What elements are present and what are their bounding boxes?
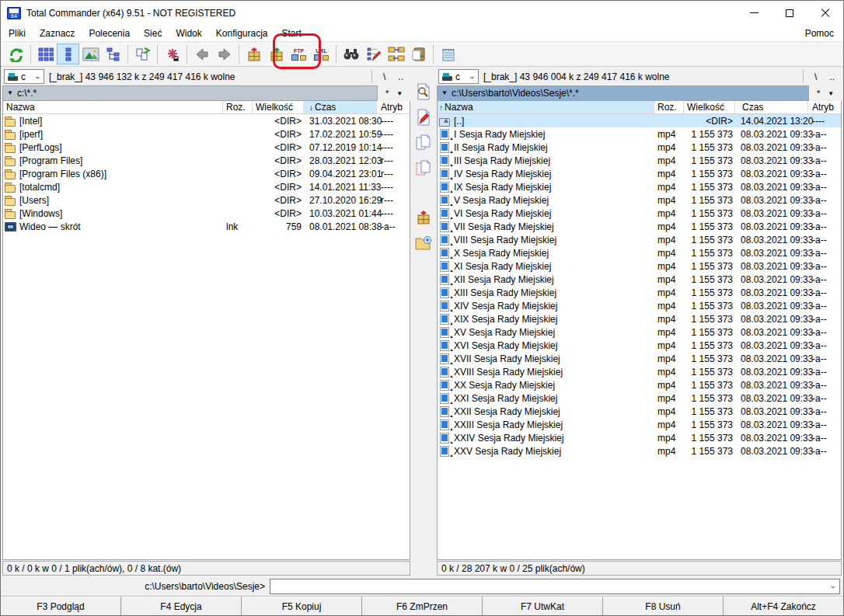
table-row[interactable]: [Intel] <DIR> 31.03.2021 08:30 ---- — [3, 114, 410, 127]
menu-siec[interactable]: Sieć — [137, 27, 169, 40]
f8-delete-button[interactable]: F8 Usuń — [603, 597, 724, 615]
left-drive-combo[interactable]: c ⌄ — [4, 69, 44, 84]
table-row[interactable]: ▲XV Sesja Rady Miejskiej mp4 1 155 373 0… — [438, 325, 841, 339]
table-row[interactable]: ▲VII Sesja Rady Miejskiej mp4 1 155 373 … — [438, 220, 841, 233]
table-row[interactable]: ▲XVIII Sesja Rady Miejskiej mp4 1 155 37… — [438, 365, 841, 378]
table-row[interactable]: ▲IV Sesja Rady Miejskiej mp4 1 155 373 0… — [438, 167, 841, 180]
table-row[interactable]: [Program Files] <DIR> 28.03.2021 12:03 r… — [3, 154, 410, 167]
command-input[interactable] — [270, 579, 840, 594]
table-row[interactable]: ▲XVI Sesja Rady Miejskiej mp4 1 155 373 … — [438, 339, 841, 352]
forward-button[interactable] — [213, 44, 235, 64]
table-row[interactable]: [Program Files (x86)] <DIR> 09.04.2021 2… — [3, 167, 410, 180]
copy-file-button[interactable] — [413, 133, 434, 153]
table-row[interactable]: ▲XXIV Sesja Rady Miejskiej mp4 1 155 373… — [438, 431, 841, 444]
right-hotlist-button[interactable]: ▼ — [828, 90, 834, 97]
f5-copy-button[interactable]: F5 Kopiuj — [242, 597, 362, 615]
right-header-czas[interactable]: Czas — [735, 101, 808, 113]
url-button[interactable]: URL — [310, 44, 333, 64]
f3-view-button[interactable]: F3 Podgląd — [1, 597, 121, 615]
menu-start[interactable]: Start — [275, 27, 309, 40]
table-row[interactable]: [PerfLogs] <DIR> 07.12.2019 10:14 ---- — [3, 141, 410, 154]
right-header-roz[interactable]: Roz. — [654, 101, 684, 113]
tree-view-button[interactable] — [102, 44, 124, 64]
clipboard-button[interactable] — [407, 44, 430, 64]
right-header-atryb[interactable]: Atryb — [808, 101, 841, 113]
f7-mkdir-button[interactable]: F7 UtwKat — [483, 597, 603, 615]
table-row[interactable]: ▲XIV Sesja Rady Miejskiej mp4 1 155 373 … — [438, 299, 841, 312]
unpack-button[interactable] — [265, 44, 288, 64]
table-row[interactable]: ▲XXI Sesja Rady Miejskiej mp4 1 155 373 … — [438, 392, 841, 405]
pack-button[interactable] — [242, 44, 265, 64]
close-button[interactable] — [807, 1, 843, 25]
table-row[interactable]: ▲VI Sesja Rady Miejskiej mp4 1 155 373 0… — [438, 207, 841, 220]
pack-files-button[interactable] — [413, 207, 434, 228]
table-row[interactable]: ▲II Sesja Rady Miejskiej mp4 1 155 373 0… — [438, 141, 841, 154]
table-row[interactable]: ▲XI Sesja Rady Miejskiej mp4 1 155 373 0… — [438, 259, 841, 273]
left-header-wielkosc[interactable]: Wielkość — [253, 101, 304, 113]
right-parent-button[interactable]: .. — [823, 71, 841, 83]
thumbnail-view-button[interactable] — [79, 44, 102, 64]
table-row[interactable]: ▲IX Sesja Rady Miejskiej mp4 1 155 373 0… — [438, 180, 841, 193]
left-hotlist-button[interactable]: ▼ — [396, 90, 403, 97]
left-header-roz[interactable]: Roz. — [223, 101, 253, 113]
table-row[interactable]: ▲XXV Sesja Rady Miejskiej mp4 1 155 373 … — [438, 444, 841, 458]
edit-file-button[interactable] — [413, 107, 434, 127]
altf4-exit-button[interactable]: Alt+F4 Zakończ — [724, 597, 843, 615]
table-row[interactable]: ▲XXII Sesja Rady Miejskiej mp4 1 155 373… — [438, 405, 841, 418]
notepad-button[interactable] — [437, 44, 459, 64]
table-row[interactable]: [iperf] <DIR> 17.02.2021 10:59 ---- — [3, 127, 410, 141]
table-row[interactable]: ▲XIII Sesja Rady Miejskiej mp4 1 155 373… — [438, 286, 841, 299]
move-file-button[interactable] — [413, 158, 434, 179]
table-row[interactable]: ▲VIII Sesja Rady Miejskiej mp4 1 155 373… — [438, 233, 841, 246]
right-drive-combo[interactable]: c ⌄ — [438, 69, 479, 84]
right-history-button[interactable]: * — [817, 89, 820, 98]
f6-move-button[interactable]: F6 ZmPrzen — [362, 597, 483, 615]
filter-button[interactable] — [161, 44, 183, 64]
left-parent-button[interactable]: .. — [392, 71, 410, 83]
left-header-atryb[interactable]: Atryb — [377, 101, 410, 113]
table-row[interactable]: ▲[..] <DIR> 14.04.2021 13:20 ---- — [438, 114, 841, 127]
minimize-button[interactable] — [736, 1, 772, 25]
split-view-button[interactable] — [131, 44, 154, 64]
table-row[interactable]: [totalcmd] <DIR> 14.01.2021 11:33 ---- — [3, 180, 410, 193]
menu-konfiguracja[interactable]: Konfiguracja — [209, 27, 275, 40]
full-view-button[interactable] — [57, 44, 79, 64]
sync-dirs-button[interactable] — [385, 44, 407, 64]
maximize-button[interactable] — [772, 1, 807, 25]
table-row[interactable]: ▲III Sesja Rady Miejskiej mp4 1 155 373 … — [438, 154, 841, 167]
table-row[interactable]: [Users] <DIR> 27.10.2020 16:29 r--- — [3, 193, 410, 207]
left-path-bar[interactable]: ▼ c:\*.* — [2, 85, 378, 101]
chevron-down-icon[interactable]: ⌄ — [829, 582, 838, 590]
table-row[interactable]: ▲XX Sesja Rady Miejskiej mp4 1 155 373 0… — [438, 378, 841, 392]
multi-rename-button[interactable] — [362, 44, 385, 64]
menu-zaznacz[interactable]: Zaznacz — [33, 27, 82, 40]
left-root-button[interactable]: \ — [377, 71, 392, 83]
table-row[interactable]: ▲XXIII Sesja Rady Miejskiej mp4 1 155 37… — [438, 418, 841, 431]
view-file-button[interactable] — [413, 82, 434, 102]
left-header-czas[interactable]: ↓ Czas — [304, 101, 377, 113]
menu-pliki[interactable]: Pliki — [7, 27, 33, 40]
f4-edit-button[interactable]: F4 Edycja — [121, 597, 242, 615]
menu-polecenia[interactable]: Polecenia — [82, 27, 137, 40]
menu-pomoc[interactable]: Pomoc — [798, 27, 837, 40]
left-history-button[interactable]: * — [385, 89, 389, 98]
right-path-bar[interactable]: ▼ c:\Users\barto\Videos\Sesje\*.* — [437, 85, 809, 101]
table-row[interactable]: ▲XII Sesja Rady Miejskiej mp4 1 155 373 … — [438, 273, 841, 286]
ftp-connect-button[interactable]: FTP — [288, 44, 310, 64]
refresh-button[interactable] — [5, 44, 27, 64]
search-button[interactable] — [340, 44, 362, 64]
back-button[interactable] — [190, 44, 213, 64]
menu-widok[interactable]: Widok — [169, 27, 208, 40]
new-folder-button[interactable] — [413, 233, 434, 253]
table-row[interactable]: ▲I Sesja Rady Miejskiej mp4 1 155 373 08… — [438, 127, 841, 141]
brief-view-button[interactable] — [34, 44, 57, 64]
table-row[interactable]: Wideo — skrót lnk 759 08.01.2021 08:38 -… — [3, 220, 410, 233]
right-header-wielkosc[interactable]: Wielkość — [684, 101, 735, 113]
table-row[interactable]: [Windows] <DIR> 10.03.2021 01:44 ---- — [3, 207, 410, 220]
table-row[interactable]: ▲XVII Sesja Rady Miejskiej mp4 1 155 373… — [438, 352, 841, 365]
table-row[interactable]: ▲V Sesja Rady Miejskiej mp4 1 155 373 08… — [438, 193, 841, 207]
table-row[interactable]: ▲X Sesja Rady Miejskiej mp4 1 155 373 08… — [438, 246, 841, 259]
table-row[interactable]: ▲XIX Sesja Rady Miejskiej mp4 1 155 373 … — [438, 312, 841, 325]
left-header-nazwa[interactable]: Nazwa — [3, 101, 223, 113]
right-root-button[interactable]: \ — [808, 71, 823, 83]
